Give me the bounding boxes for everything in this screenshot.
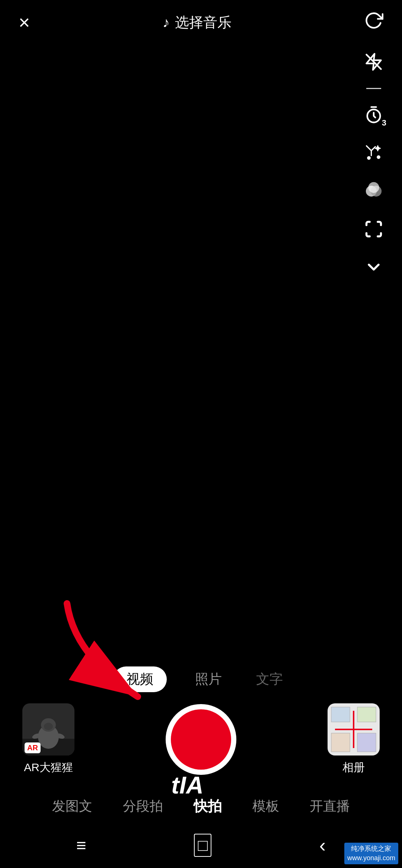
record-button-inner [171, 709, 231, 770]
svg-point-8 [368, 157, 370, 159]
flash-icon[interactable] [360, 48, 387, 75]
mode-template[interactable]: 模板 [246, 794, 285, 818]
svg-point-9 [377, 156, 380, 159]
bottom-modes: 发图文 分段拍 快拍 模板 开直播 [0, 790, 402, 826]
svg-point-16 [368, 182, 379, 193]
watermark-line1: 纯净系统之家 [347, 844, 395, 853]
album-thumbnail [328, 703, 380, 755]
music-selector[interactable]: ♪ 选择音乐 [163, 13, 232, 32]
ar-thumbnail-image: AR [22, 703, 74, 755]
tab-video[interactable]: 视频 [113, 666, 167, 692]
record-button-wrap [166, 704, 236, 775]
bottom-section: 视频 照片 文字 [0, 659, 402, 868]
refresh-button[interactable] [364, 11, 383, 34]
filter-icon[interactable] [360, 178, 387, 205]
beauty-icon[interactable] [360, 140, 387, 167]
mode-post[interactable]: 发图文 [46, 794, 98, 818]
timer-badge: 3 [382, 118, 386, 128]
album-label: 相册 [342, 760, 365, 775]
ar-thumbnail[interactable]: AR AR大猩猩 [22, 703, 74, 775]
svg-rect-28 [331, 707, 350, 722]
svg-rect-29 [357, 707, 376, 722]
top-bar: × ♪ 选择音乐 [0, 0, 402, 45]
watermark-line2: www.yonaji.com [347, 853, 395, 863]
svg-point-24 [44, 723, 53, 730]
right-toolbar: 3 [360, 48, 387, 281]
nav-home-icon[interactable]: □ [194, 834, 211, 857]
ar-label: AR大猩猩 [24, 760, 73, 775]
system-nav-bar: ≡ □ ‹ [0, 826, 402, 868]
scan-icon[interactable] [360, 216, 387, 243]
svg-rect-30 [331, 733, 350, 752]
svg-rect-31 [357, 733, 376, 752]
svg-line-4 [367, 146, 371, 151]
controls-row: AR AR大猩猩 [0, 703, 402, 790]
svg-line-5 [371, 147, 376, 151]
mode-tabs: 视频 照片 文字 [0, 659, 402, 703]
mode-quick[interactable]: 快拍 [188, 794, 228, 819]
toolbar-divider [366, 88, 381, 89]
ar-badge: AR [25, 742, 41, 753]
mode-live[interactable]: 开直播 [304, 794, 356, 818]
tab-photo[interactable]: 照片 [189, 667, 228, 691]
mode-segment[interactable]: 分段拍 [117, 794, 169, 818]
nav-back-icon[interactable]: ‹ [319, 834, 326, 856]
music-text: 选择音乐 [175, 13, 232, 32]
more-icon[interactable] [360, 254, 387, 281]
music-note-icon: ♪ [163, 15, 170, 31]
watermark: 纯净系统之家 www.yonaji.com [344, 843, 398, 864]
album-button[interactable]: 相册 [328, 703, 380, 775]
tab-text[interactable]: 文字 [250, 667, 289, 691]
record-button[interactable] [166, 704, 236, 775]
close-button[interactable]: × [19, 13, 30, 32]
timer-icon[interactable]: 3 [360, 102, 387, 129]
nav-menu-icon[interactable]: ≡ [76, 835, 86, 855]
